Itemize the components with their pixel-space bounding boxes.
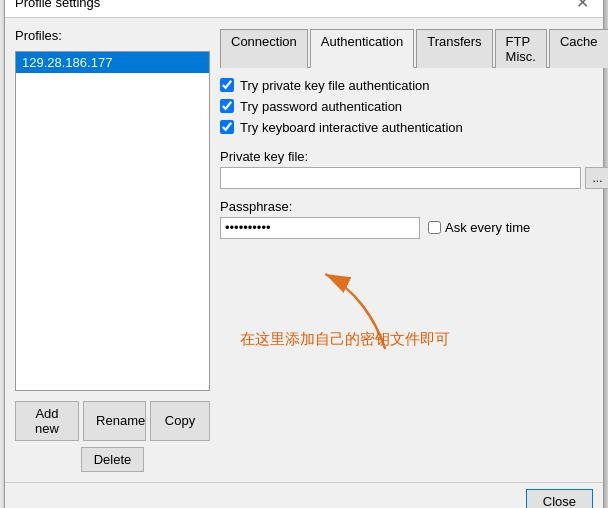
checkbox-password-input[interactable] xyxy=(220,99,234,113)
title-close-button[interactable]: ✕ xyxy=(572,0,593,11)
ask-every-time-text: Ask every time xyxy=(445,220,530,235)
tab-authentication[interactable]: Authentication xyxy=(310,29,414,68)
checkbox-private-key-input[interactable] xyxy=(220,78,234,92)
rename-button[interactable]: Rename xyxy=(83,401,146,441)
checkbox-keyboard-label: Try keyboard interactive authentication xyxy=(240,120,463,135)
auth-checkboxes: Try private key file authentication Try … xyxy=(220,78,608,135)
annotation-area: 在这里添加自己的密钥文件即可 xyxy=(220,259,608,359)
private-key-row: ... xyxy=(220,167,608,189)
checkbox-keyboard-input[interactable] xyxy=(220,120,234,134)
left-panel: Profiles: 129.28.186.177 Add new Rename … xyxy=(15,28,210,472)
passphrase-input[interactable] xyxy=(220,217,420,239)
profiles-label: Profiles: xyxy=(15,28,210,43)
ask-every-time-checkbox[interactable] xyxy=(428,221,441,234)
title-bar: Profile settings ✕ xyxy=(5,0,603,18)
right-panel: Connection Authentication Transfers FTP … xyxy=(220,28,608,472)
tab-cache[interactable]: Cache xyxy=(549,29,608,68)
private-key-field: Private key file: ... xyxy=(220,149,608,189)
profile-item[interactable]: 129.28.186.177 xyxy=(16,52,209,73)
dialog-footer: Close xyxy=(5,482,603,509)
tab-transfers[interactable]: Transfers xyxy=(416,29,492,68)
checkbox-private-key[interactable]: Try private key file authentication xyxy=(220,78,608,93)
tab-connection[interactable]: Connection xyxy=(220,29,308,68)
ask-every-time-label[interactable]: Ask every time xyxy=(428,220,530,235)
browse-button[interactable]: ... xyxy=(585,167,608,189)
private-key-input[interactable] xyxy=(220,167,581,189)
passphrase-field: Passphrase: Ask every time xyxy=(220,199,608,239)
left-action-buttons-row2: Delete xyxy=(15,447,210,472)
profile-settings-dialog: Profile settings ✕ Profiles: 129.28.186.… xyxy=(4,0,604,508)
checkbox-keyboard[interactable]: Try keyboard interactive authentication xyxy=(220,120,608,135)
dialog-body: Profiles: 129.28.186.177 Add new Rename … xyxy=(5,18,603,482)
passphrase-row: Ask every time xyxy=(220,217,608,239)
tab-bar: Connection Authentication Transfers FTP … xyxy=(220,28,608,68)
checkbox-private-key-label: Try private key file authentication xyxy=(240,78,430,93)
checkbox-password-label: Try password authentication xyxy=(240,99,402,114)
close-button[interactable]: Close xyxy=(526,489,593,509)
left-action-buttons: Add new Rename Copy xyxy=(15,401,210,441)
add-new-button[interactable]: Add new xyxy=(15,401,79,441)
copy-button[interactable]: Copy xyxy=(150,401,210,441)
dialog-title: Profile settings xyxy=(15,0,100,10)
annotation-text: 在这里添加自己的密钥文件即可 xyxy=(240,330,450,349)
tab-ftp-misc[interactable]: FTP Misc. xyxy=(495,29,547,68)
private-key-label: Private key file: xyxy=(220,149,608,164)
checkbox-password[interactable]: Try password authentication xyxy=(220,99,608,114)
fields-group: Private key file: ... Passphrase: Ask ev… xyxy=(220,149,608,239)
passphrase-label: Passphrase: xyxy=(220,199,608,214)
delete-button[interactable]: Delete xyxy=(81,447,145,472)
profiles-list[interactable]: 129.28.186.177 xyxy=(15,51,210,391)
